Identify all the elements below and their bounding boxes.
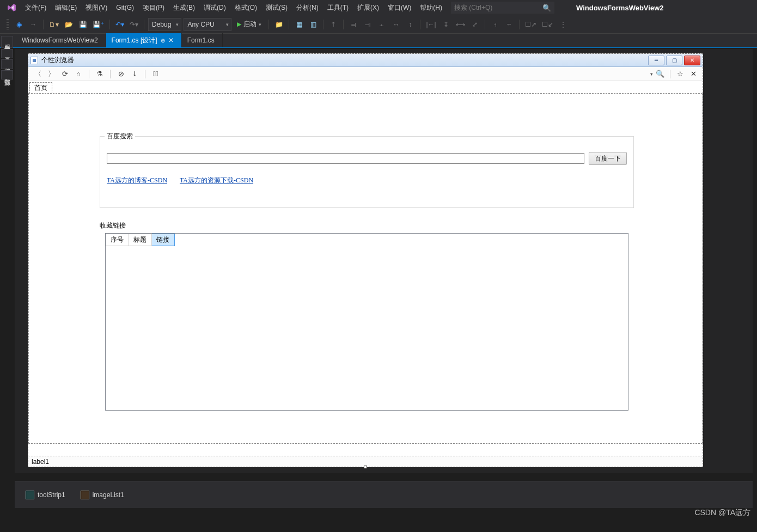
- undo-button[interactable]: ↶▾: [114, 18, 126, 31]
- save-all-button[interactable]: 💾⁺: [91, 18, 106, 31]
- tab-page[interactable]: 百度搜索 百度一下 TA远方的博客-CSDN TA远方的资源下载-CSDN 收藏…: [28, 93, 703, 444]
- menu-test[interactable]: 测试(S): [261, 0, 292, 15]
- toolbar-separator: [289, 20, 289, 29]
- menu-format[interactable]: 格式(O): [230, 0, 261, 15]
- menubar: 文件(F) 编辑(E) 视图(V) Git(G) 项目(P) 生成(B) 调试(…: [0, 0, 757, 15]
- spacing-icon-1[interactable]: |←|: [424, 18, 437, 31]
- favorites-datagrid[interactable]: 序号 标题 链接: [105, 233, 628, 411]
- spacing-icon-3[interactable]: ⟷: [454, 18, 467, 31]
- dist-icon-2[interactable]: ⫟: [503, 18, 515, 31]
- menu-tools[interactable]: 工具(T): [323, 0, 353, 15]
- new-item-button[interactable]: 🗋▾: [47, 18, 60, 31]
- dist-icon-1[interactable]: ⫞: [489, 18, 501, 31]
- server-explorer-tab[interactable]: 服务器资源管理器: [1, 36, 13, 48]
- menu-project[interactable]: 项目(P): [138, 0, 169, 15]
- global-search-input[interactable]: [451, 2, 554, 14]
- menu-file[interactable]: 文件(F): [21, 0, 51, 15]
- tab-project[interactable]: WindowsFormsWebView2: [16, 33, 106, 47]
- search-textbox[interactable]: [107, 153, 584, 164]
- winform-root[interactable]: 个性浏览器 ━ ▢ ✕ 〈 〉 ⟳ ⌂ ⚗ ⊘ ⤓ ✓⃝ ▾ 🔍 ☆ ✕: [28, 53, 703, 467]
- menu-extensions[interactable]: 扩展(X): [353, 0, 383, 15]
- search-submit-button[interactable]: 百度一下: [589, 152, 627, 165]
- layout-icon-2[interactable]: ⫣: [362, 18, 374, 31]
- clear-icon[interactable]: ✕: [687, 68, 699, 80]
- toolbox-tab[interactable]: 工具箱: [1, 49, 13, 58]
- start-debug-button[interactable]: ▶ 启动 ▾: [234, 18, 265, 31]
- solution-title: WindowsFormsWebView2: [576, 4, 664, 12]
- favorite-icon[interactable]: ☆: [674, 68, 686, 80]
- col-index[interactable]: 序号: [106, 234, 129, 246]
- tray-label: toolStrip1: [38, 491, 65, 499]
- redo-button[interactable]: ↷▾: [128, 18, 140, 31]
- nav-back-button[interactable]: ◉: [13, 18, 25, 31]
- ts-separator: [110, 70, 111, 78]
- flask-icon[interactable]: ⚗: [94, 68, 106, 80]
- toolbar-grip[interactable]: [7, 19, 9, 30]
- close-button[interactable]: ✕: [684, 56, 700, 65]
- menu-help[interactable]: 帮助(H): [416, 0, 447, 15]
- col-title[interactable]: 标题: [129, 234, 152, 246]
- datasources-tab[interactable]: 数据源: [1, 70, 13, 80]
- imagelist-icon: [81, 491, 89, 499]
- layout-icon-4[interactable]: ↔: [390, 18, 402, 31]
- layout-icon-3[interactable]: ⫠: [376, 18, 388, 31]
- nav-forward-button[interactable]: →: [27, 18, 39, 31]
- dropdown-icon[interactable]: ▾: [650, 71, 653, 77]
- col-link[interactable]: 链接: [152, 234, 175, 246]
- spacing-icon-4[interactable]: ⤢: [469, 18, 481, 31]
- tray-imagelist[interactable]: imageList1: [81, 491, 124, 499]
- toolbar-separator: [268, 20, 269, 29]
- layout-icon-1[interactable]: ⫤: [347, 18, 359, 31]
- align-left-icon[interactable]: ⤒: [327, 18, 339, 31]
- designer-surface[interactable]: 个性浏览器 ━ ▢ ✕ 〈 〉 ⟳ ⌂ ⚗ ⊘ ⤓ ✓⃝ ▾ 🔍 ☆ ✕: [15, 49, 753, 473]
- winform-titlebar: 个性浏览器 ━ ▢ ✕: [28, 54, 703, 67]
- save-button[interactable]: 💾: [77, 18, 89, 31]
- order-icon-3[interactable]: ⋮: [557, 18, 569, 31]
- stop-icon[interactable]: ⊘: [115, 68, 127, 80]
- search-group-title: 百度搜索: [105, 132, 135, 141]
- toolbar-separator: [485, 20, 485, 29]
- open-file-button[interactable]: 📂: [63, 18, 75, 31]
- pin-icon[interactable]: ⊕: [161, 38, 165, 44]
- tool-icon-3[interactable]: ▥: [307, 18, 319, 31]
- menu-view[interactable]: 视图(V): [81, 0, 112, 15]
- nav-forward-icon[interactable]: 〉: [45, 68, 57, 80]
- link-blog[interactable]: TA远方的博客-CSDN: [107, 176, 167, 185]
- home-icon[interactable]: ⌂: [72, 68, 84, 80]
- layout-icon-5[interactable]: ↕: [404, 18, 416, 31]
- menu-window[interactable]: 窗口(W): [383, 0, 416, 15]
- platform-dropdown[interactable]: Any CPU: [184, 18, 231, 31]
- resize-handle[interactable]: [364, 466, 367, 469]
- nav-back-icon[interactable]: 〈: [32, 68, 44, 80]
- menu-edit[interactable]: 编辑(E): [51, 0, 81, 15]
- refresh-icon[interactable]: ⟳: [59, 68, 71, 80]
- toolbar-separator: [144, 20, 144, 29]
- tool-icon-1[interactable]: 📁: [273, 18, 285, 31]
- close-icon[interactable]: ✕: [168, 36, 174, 44]
- download-icon[interactable]: ⤓: [129, 68, 141, 80]
- order-icon-2[interactable]: ☐↙: [540, 18, 555, 31]
- tab-designer[interactable]: Form1.cs [设计] ⊕ ✕: [106, 33, 182, 47]
- tab-code[interactable]: Form1.cs: [182, 33, 223, 47]
- menu-analyze[interactable]: 分析(N): [292, 0, 323, 15]
- minimize-button[interactable]: ━: [648, 56, 664, 65]
- tray-toolstrip[interactable]: toolStrip1: [26, 491, 65, 499]
- menu-build[interactable]: 生成(B): [169, 0, 199, 15]
- menu-git[interactable]: Git(G): [112, 0, 138, 15]
- menu-debug[interactable]: 调试(D): [199, 0, 230, 15]
- vs-logo-icon: [5, 2, 17, 14]
- toolbar-separator: [43, 20, 44, 29]
- maximize-button[interactable]: ▢: [666, 56, 682, 65]
- spacing-icon-2[interactable]: ↧: [440, 18, 452, 31]
- ts-separator: [89, 70, 89, 78]
- main-toolbar: ◉ → 🗋▾ 📂 💾 💾⁺ ↶▾ ↷▾ Debug Any CPU ▶ 启动 ▾…: [0, 15, 757, 34]
- config-dropdown[interactable]: Debug: [148, 18, 181, 31]
- tool-icon-2[interactable]: ▦: [293, 18, 305, 31]
- order-icon-1[interactable]: ☐↗: [523, 18, 538, 31]
- check-icon[interactable]: ✓⃝: [150, 68, 162, 80]
- tab-home[interactable]: 首页: [29, 82, 52, 94]
- link-download[interactable]: TA远方的资源下载-CSDN: [180, 176, 253, 185]
- doc-outline-tab[interactable]: 文档大纲: [1, 59, 13, 69]
- search-icon[interactable]: 🔍: [654, 68, 666, 80]
- ts-separator: [670, 70, 670, 78]
